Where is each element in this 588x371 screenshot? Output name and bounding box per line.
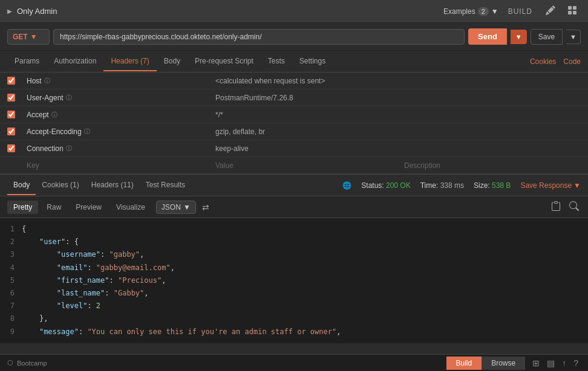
code-line: 6 "last_name": "Gabby", [0,287,588,300]
resp-tab-headers[interactable]: Headers (11) [85,176,140,195]
header-key-1: User-Agent ⓘ [22,91,211,105]
search-button[interactable] [567,199,581,215]
edit-icon-button[interactable] [542,4,559,19]
examples-button[interactable]: Examples 2 ▼ [443,7,498,16]
response-section: Body Cookies (1) Headers (11) Test Resul… [0,174,588,343]
info-icon-0: ⓘ [44,77,50,85]
response-stats: 🌐 Status: 200 OK Time: 338 ms Size: 538 … [342,181,581,190]
save-dropdown[interactable]: ▼ [566,30,581,44]
view-tab-raw[interactable]: Raw [41,201,67,214]
format-arrow: ▼ [183,203,191,211]
top-bar: ▶ Only Admin Examples 2 ▼ BUILD [0,0,588,23]
save-button[interactable]: Save [531,29,563,45]
status-bar-left: ⬡ Bootcamp [7,359,47,367]
status-label: Status: 200 OK [361,181,410,190]
checkbox-host[interactable] [7,77,15,85]
tab-authorization[interactable]: Authorization [47,52,103,71]
examples-count: 2 [478,7,489,16]
collapse-arrow[interactable]: ▶ [7,8,12,15]
wrap-button[interactable]: ⇄ [198,200,213,215]
headers-table: Host ⓘ <calculated when request is sent>… [0,73,588,174]
help-icon[interactable]: ? [571,357,581,369]
header-desc-placeholder[interactable]: Description [399,159,588,172]
tab-pre-request-script[interactable]: Pre-request Script [188,52,261,71]
status-value: 200 OK [386,181,411,190]
tab-params[interactable]: Params [7,52,47,71]
info-icon-1: ⓘ [66,94,72,102]
line-content: "level": 2 [22,300,588,312]
browse-mode-button[interactable]: Browse [482,356,525,370]
line-number: 4 [0,262,22,274]
header-check-2[interactable] [0,111,22,118]
info-icon-2: ⓘ [51,111,57,119]
tab-body[interactable]: Body [157,52,188,71]
copy-button[interactable] [549,199,563,215]
tab-tests[interactable]: Tests [261,52,292,71]
view-tab-visualize[interactable]: Visualize [110,201,151,214]
key-placeholder: Key [27,161,39,170]
code-area: 1{2 "user": {3 "username": "gabby",4 "em… [0,218,588,343]
size-value: 538 B [492,181,511,190]
globe-icon: 🌐 [342,181,351,190]
layout-icon-button[interactable] [564,4,581,19]
build-button[interactable]: BUILD [503,5,537,18]
checkbox-user-agent[interactable] [7,94,15,102]
checkbox-accept-encoding[interactable] [7,127,15,135]
cookies-link[interactable]: Cookies [530,57,556,66]
header-check-3[interactable] [0,127,22,135]
save-response-arrow: ▼ [573,181,581,190]
header-placeholder-row: Key Value Description [0,157,588,174]
header-check-0[interactable] [0,77,22,85]
header-key-placeholder[interactable]: Key [22,159,211,172]
view-tab-preview[interactable]: Preview [70,201,108,214]
line-content: "email": "gabby@email.com", [22,262,588,274]
resp-tab-cookies[interactable]: Cookies (1) [36,176,85,195]
header-desc-4 [399,146,588,151]
line-content: "first_name": "Precious", [22,275,588,286]
panel-icon[interactable]: ▤ [544,357,557,369]
header-value-4: keep-alive [211,142,399,155]
grid-icon[interactable]: ⊞ [530,357,542,369]
top-bar-actions: Examples 2 ▼ BUILD [443,4,581,19]
code-line: 2 "user": { [0,236,588,248]
view-tab-pretty[interactable]: Pretty [7,201,38,214]
header-check-1[interactable] [0,94,22,102]
format-select[interactable]: JSON ▼ [156,201,196,214]
examples-label: Examples [443,7,475,16]
tab-headers[interactable]: Headers (7) [103,52,156,71]
send-button[interactable]: Send [468,28,507,45]
code-line: 1{ [0,223,588,236]
url-input[interactable] [53,29,465,45]
header-desc-1 [399,95,588,100]
line-number: 1 [0,224,22,235]
build-mode-button[interactable]: Build [446,356,482,370]
code-link[interactable]: Code [563,57,581,66]
code-line: 3 "username": "gabby", [0,248,588,261]
header-check-4[interactable] [0,144,22,152]
send-dropdown[interactable]: ▼ [511,30,527,44]
header-value-placeholder[interactable]: Value [211,159,399,172]
format-label: JSON [162,203,181,211]
save-response-button[interactable]: Save Response ▼ [520,181,581,190]
checkbox-connection[interactable] [7,144,15,152]
line-number: 6 [0,288,22,299]
method-label: GET [13,33,28,41]
header-row: User-Agent ⓘ PostmanRuntime/7.26.8 [0,89,588,106]
resp-tab-test-results[interactable]: Test Results [140,176,191,195]
request-tabs: Params Authorization Headers (7) Body Pr… [0,51,588,73]
checkbox-accept[interactable] [7,111,15,118]
header-value-3: gzip, deflate, br [211,125,399,138]
view-tabs: Pretty Raw Preview Visualize JSON ▼ ⇄ [0,196,588,218]
method-select[interactable]: GET ▼ [7,29,50,45]
line-number: 5 [0,275,22,286]
status-bar-icons: ⊞ ▤ ↑ ? [530,357,581,369]
tab-settings[interactable]: Settings [292,52,333,71]
upload-icon[interactable]: ↑ [560,357,569,369]
value-placeholder: Value [215,161,234,170]
resp-tab-body[interactable]: Body [7,176,36,195]
header-row: Connection ⓘ keep-alive [0,140,588,157]
bootcamp-label[interactable]: Bootcamp [17,360,47,367]
line-content: "username": "gabby", [22,249,588,260]
svg-rect-2 [568,11,572,15]
header-key-3: Accept-Encoding ⓘ [22,125,211,138]
